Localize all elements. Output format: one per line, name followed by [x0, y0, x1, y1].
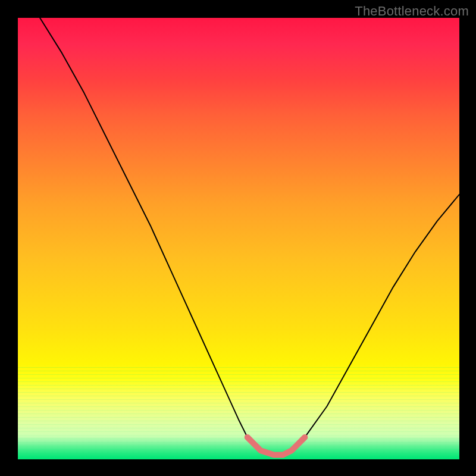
bottleneck-curve [40, 18, 459, 455]
chart-frame: TheBottleneck.com [0, 0, 476, 476]
plot-area [18, 18, 459, 459]
optimum-marker [248, 437, 305, 455]
watermark-text: TheBottleneck.com [355, 4, 469, 19]
curve-layer [18, 18, 459, 459]
